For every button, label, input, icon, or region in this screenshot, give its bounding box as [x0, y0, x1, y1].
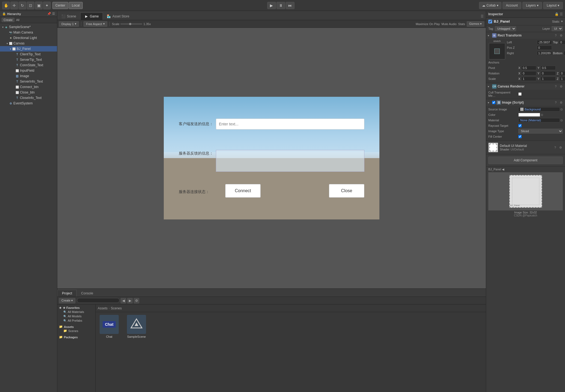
obj-active-checkbox[interactable] [488, 20, 492, 23]
image-script-header[interactable]: ▾ 🖼 Image (Script) ? ⚙ [486, 99, 565, 106]
account-btn[interactable]: Account [502, 2, 521, 9]
tree-item-bj-panel[interactable]: ▾ ⬜ BJ_Panel [0, 46, 57, 52]
pivot-y[interactable] [541, 66, 556, 70]
scale-tool[interactable]: ⊡ [27, 2, 34, 9]
tree-item-servertip[interactable]: T ServerTip_Text [0, 57, 57, 62]
material-pick[interactable]: ⊙ [560, 119, 563, 122]
mute-audio-btn[interactable]: Mute Audio [442, 22, 457, 26]
add-component-btn[interactable]: Add Component [488, 156, 563, 164]
settings-btn[interactable]: ⚙ [559, 85, 563, 88]
console-tab[interactable]: Console [77, 290, 97, 297]
scene-root[interactable]: ▾ ◈ SampleScene* [0, 24, 57, 30]
collab-btn[interactable]: ☁ Collab ▾ [479, 2, 501, 9]
settings-btn[interactable]: ⚙ [559, 34, 563, 37]
image-enabled-checkbox[interactable] [492, 101, 495, 104]
project-tab[interactable]: Project [57, 290, 77, 297]
tree-item-clienttip[interactable]: T ClientTip_Text [0, 52, 57, 57]
next-btn[interactable]: ▶ [127, 298, 133, 303]
tree-item-canvas[interactable]: ▾ ⬜ Canvas [0, 41, 57, 46]
posz-input[interactable] [537, 46, 552, 50]
rot-y[interactable] [541, 71, 556, 76]
all-models[interactable]: 🔍 All Models [59, 314, 94, 318]
right-input[interactable] [537, 51, 552, 55]
play-btn[interactable]: ▶ [267, 2, 276, 9]
color-pick[interactable]: ⊙ [541, 113, 543, 117]
settings-btn[interactable]: ⚙ [134, 298, 139, 303]
cull-checkbox[interactable] [518, 92, 522, 96]
static-dropdown[interactable]: ▾ [561, 20, 563, 23]
transform-tool[interactable]: ✦ [43, 2, 51, 9]
help-btn[interactable]: ? [554, 34, 558, 37]
tree-item-inputfield[interactable]: ⬜ InputField [0, 68, 57, 73]
tag-select[interactable]: Untagged [495, 26, 516, 31]
layers-btn[interactable]: Layers ▾ [522, 2, 542, 9]
packages-title[interactable]: 📁 Packages [59, 335, 94, 339]
assets-title[interactable]: 📁 Assets [59, 325, 94, 328]
material-ref[interactable]: None (Material) [518, 118, 560, 122]
maximize-on-play-btn[interactable]: Maximize On Play [416, 22, 440, 26]
source-image-pick[interactable]: ⊙ [560, 108, 563, 111]
pause-btn[interactable]: ⏸ [276, 2, 285, 9]
hand-tool[interactable]: ✋ [2, 2, 10, 9]
tree-item-main-camera[interactable]: 📷 Main Camera [0, 30, 57, 35]
color-swatch[interactable] [518, 113, 540, 117]
menu-icon[interactable]: ☰ [52, 12, 55, 16]
all-materials[interactable]: 🔍 All Materials [59, 310, 94, 314]
scale-slider[interactable] [120, 23, 142, 25]
project-create-btn[interactable]: Create ▾ [59, 298, 75, 303]
fill-center-checkbox[interactable] [518, 135, 522, 138]
all-prefabs[interactable]: 🔍 All Prefabs [59, 318, 94, 323]
material-help[interactable]: ? [553, 146, 557, 149]
source-image-ref[interactable]: Background [518, 107, 560, 111]
tab-asset-store[interactable]: 🏪 Asset Store [103, 13, 133, 20]
pivot-x[interactable] [521, 66, 536, 70]
hierarchy-create-btn[interactable]: Create [2, 18, 14, 22]
step-btn[interactable]: ⏭ [286, 2, 295, 9]
lock-pin[interactable]: 🔒 [555, 12, 559, 16]
settings-btn[interactable]: ⚙ [559, 101, 563, 104]
more-menu[interactable]: ☰ [560, 12, 563, 16]
rect-tool[interactable]: ▣ [35, 2, 43, 9]
bottom-input[interactable] [564, 51, 565, 55]
tree-item-eventsystem[interactable]: ⚙ EventSystem [0, 101, 57, 106]
project-search[interactable] [77, 298, 120, 303]
file-item-chat[interactable]: Chat Chat [98, 315, 120, 338]
tab-game[interactable]: ▶ Game [80, 13, 103, 20]
layout-btn[interactable]: Layout ▾ [543, 2, 563, 9]
rot-z[interactable] [560, 71, 565, 76]
material-settings[interactable]: ⚙ [558, 146, 563, 149]
stats-btn[interactable]: Stats [458, 22, 465, 26]
help-btn[interactable]: ? [554, 101, 558, 104]
canvas-renderer-header[interactable]: ▾ CR Canvas Renderer ? ⚙ [486, 83, 565, 90]
prev-btn[interactable]: ◀ [121, 298, 126, 303]
center-btn[interactable]: Center [52, 2, 68, 9]
tree-item-image[interactable]: 🖼 Image [0, 73, 57, 79]
rot-x[interactable] [521, 71, 536, 76]
tree-item-connect-btn[interactable]: ⬜ Connect_btn [0, 84, 57, 90]
tree-item-close-btn[interactable]: ⬜ Close_btn [0, 90, 57, 95]
rect-transform-header[interactable]: ▾ ⊞ Rect Transform ? ⚙ [486, 32, 565, 39]
hierarchy-all-btn[interactable]: All [16, 18, 19, 22]
tab-scene[interactable]: ⬛ Scene [57, 13, 80, 20]
move-tool[interactable]: ✛ [10, 2, 18, 9]
file-item-samplescene[interactable]: SampleScene [126, 315, 147, 338]
image-type-select[interactable]: Sliced [518, 129, 563, 134]
top-input[interactable] [559, 40, 565, 44]
scenes-folder[interactable]: 📁 Scenes [59, 328, 94, 333]
tree-item-serverinfo[interactable]: T ServerInfo_Text [0, 79, 57, 84]
scale-y[interactable] [541, 77, 556, 81]
aspect-select[interactable]: Free Aspect ▾ [84, 21, 107, 27]
rotate-tool[interactable]: ↻ [19, 2, 26, 9]
display-select[interactable]: Display 1 ▾ [59, 21, 79, 27]
raycast-checkbox[interactable] [518, 124, 522, 127]
tree-item-connstate[interactable]: T ConnState_Text [0, 62, 57, 68]
scale-z[interactable] [560, 77, 565, 81]
local-btn[interactable]: Local [69, 2, 83, 9]
tab-menu-btn[interactable]: ☰ [478, 13, 486, 20]
layer-select[interactable]: UI [552, 26, 563, 31]
tree-item-dir-light[interactable]: ☀ Directional Light [0, 35, 57, 41]
help-btn[interactable]: ? [554, 85, 558, 88]
left-input[interactable] [537, 40, 552, 44]
stretch-handle[interactable] [489, 43, 505, 59]
tree-item-closeinfo[interactable]: T CloseInfo_Text [0, 95, 57, 101]
